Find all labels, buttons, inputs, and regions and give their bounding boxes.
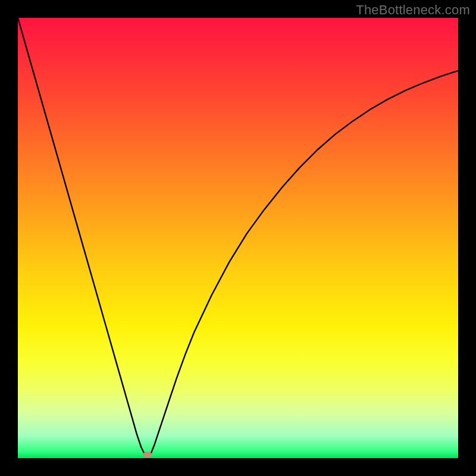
- optimal-point-marker: [143, 452, 152, 458]
- plot-area: [18, 18, 458, 458]
- bottleneck-curve: [18, 18, 458, 458]
- chart-frame: TheBottleneck.com: [0, 0, 476, 476]
- curve-path: [18, 18, 458, 456]
- watermark-text: TheBottleneck.com: [356, 2, 470, 18]
